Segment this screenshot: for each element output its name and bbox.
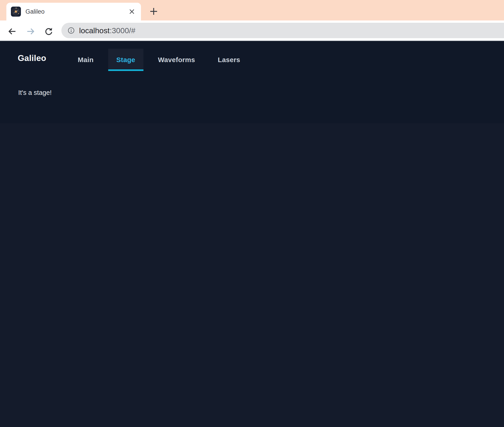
app-header: Galileo Main Stage Waveforms Lasers It's… <box>0 41 504 123</box>
browser-tab[interactable]: Galileo <box>6 3 141 21</box>
reload-icon <box>44 27 53 36</box>
tab-title: Galileo <box>25 3 44 21</box>
tab-lasers[interactable]: Lasers <box>210 49 248 71</box>
active-tab-indicator <box>108 69 143 71</box>
page-content: Galileo Main Stage Waveforms Lasers It's… <box>0 41 504 427</box>
back-arrow-icon <box>8 27 17 36</box>
tab-main[interactable]: Main <box>70 49 102 71</box>
url-text: localhost:3000/# <box>79 23 135 38</box>
info-icon[interactable] <box>68 27 74 34</box>
stage-message: It's a stage! <box>18 89 52 96</box>
address-bar[interactable]: localhost:3000/# <box>61 23 504 38</box>
close-tab-button[interactable] <box>128 8 136 16</box>
app-nav-tabs: Main Stage Waveforms Lasers <box>70 49 248 71</box>
tab-waveforms-label: Waveforms <box>158 56 195 64</box>
browser-window: Galileo <box>0 0 504 427</box>
tab-lasers-label: Lasers <box>218 56 240 64</box>
tab-stage-label: Stage <box>116 56 135 64</box>
url-host: localhost <box>79 26 110 35</box>
browser-tab-strip: Galileo <box>0 0 504 21</box>
reload-button[interactable] <box>42 25 55 38</box>
stage-empty-area <box>0 123 504 427</box>
new-tab-button[interactable] <box>148 6 159 17</box>
tab-waveforms[interactable]: Waveforms <box>150 49 203 71</box>
forward-button[interactable] <box>24 25 37 38</box>
url-path: :3000/# <box>110 26 135 35</box>
close-icon <box>129 9 134 14</box>
app-brand: Galileo <box>18 54 46 63</box>
tab-main-label: Main <box>78 56 94 64</box>
back-button[interactable] <box>6 25 19 38</box>
plus-icon <box>150 8 157 15</box>
forward-arrow-icon <box>26 27 35 36</box>
galileo-favicon-icon <box>11 7 21 17</box>
tab-stage[interactable]: Stage <box>108 49 143 71</box>
